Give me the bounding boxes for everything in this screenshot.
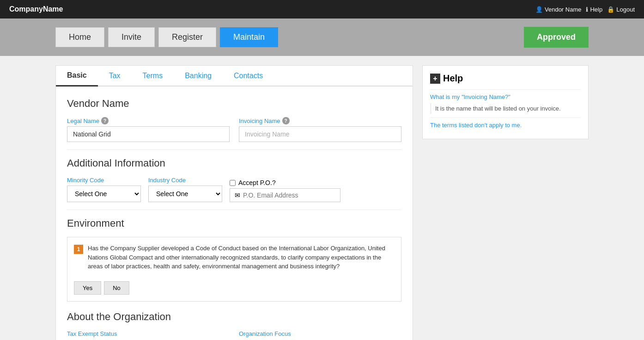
help-icon: ℹ [586,6,588,13]
invite-button[interactable]: Invite [108,27,155,47]
help-divider-2 [430,117,581,118]
left-panel: Basic Tax Terms Banking Contacts Vendor … [55,65,413,340]
brand-name: CompanyName [9,5,63,13]
minority-code-group: Minority Code Select One [67,177,141,202]
accept-po-checkbox-group: Accept P.O.? [230,179,340,186]
sub-nav: Home Invite Register Maintain Approved [0,19,644,56]
form-content: Vendor Name Legal Name ? Invoicing Name … [56,87,413,340]
help-divider-1 [430,89,581,90]
accept-po-checkbox[interactable] [230,180,236,186]
vendor-name-link[interactable]: 👤 Vendor Name [535,6,582,13]
approved-button[interactable]: Approved [524,27,589,48]
help-title: + Help [430,73,581,84]
vendor-name-fields: Legal Name ? Invoicing Name ? [67,117,401,142]
po-email-group: ✉ [230,188,340,202]
legal-name-help-icon[interactable]: ? [101,117,109,124]
help-link-invoicing[interactable]: What is my "Invoicing Name?" [430,93,581,100]
sub-nav-buttons: Home Invite Register Maintain [55,27,278,47]
legal-name-input[interactable] [67,126,230,142]
section-divider-2 [67,210,401,210]
section-divider-1 [67,149,401,150]
invoicing-name-input[interactable] [239,126,401,142]
industry-code-group: Industry Code Select One [148,177,222,202]
register-button[interactable]: Register [158,27,216,47]
top-nav: CompanyName 👤 Vendor Name ℹ Help 🔒 Logou… [0,0,644,19]
env-question-number: 1 [74,245,83,254]
org-focus-group: Organization Focus [239,330,401,339]
user-icon: 👤 [535,6,543,13]
additional-info-row: Minority Code Select One Industry Code S… [67,177,401,202]
about-org-fields: Tax Exempt Status Organization Focus [67,330,401,339]
no-button[interactable]: No [104,281,129,295]
po-email-input[interactable] [243,192,335,199]
invoicing-name-label: Invoicing Name ? [239,117,401,124]
env-question: 1 Has the Company Supplier developed a C… [67,237,401,278]
org-focus-label: Organization Focus [239,330,401,337]
minority-code-select[interactable]: Select One [67,185,141,202]
lock-icon: 🔒 [607,6,614,13]
top-nav-right: 👤 Vendor Name ℹ Help 🔒 Logout [535,6,635,13]
invoicing-name-help-icon[interactable]: ? [282,117,290,124]
email-icon: ✉ [235,192,240,199]
legal-name-label: Legal Name ? [67,117,230,124]
tab-tax[interactable]: Tax [98,66,132,86]
right-panel: + Help What is my "Invoicing Name?" It i… [422,65,589,139]
industry-code-select[interactable]: Select One [148,185,222,202]
additional-info-title: Additional Information [67,157,401,169]
vendor-name-section-title: Vendor Name [67,98,401,110]
about-org-title: About the Organization [67,311,401,323]
help-link[interactable]: ℹ Help [586,6,602,13]
tab-terms[interactable]: Terms [132,66,174,86]
invoicing-name-group: Invoicing Name ? [239,117,401,142]
tab-contacts[interactable]: Contacts [223,66,274,86]
environment-title: Environment [67,217,401,229]
tab-bar: Basic Tax Terms Banking Contacts [56,66,413,87]
home-button[interactable]: Home [55,27,104,47]
maintain-button[interactable]: Maintain [220,27,278,47]
tab-basic[interactable]: Basic [56,66,98,87]
env-question-text: Has the Company Supplier developed a Cod… [88,244,395,271]
main-content: Basic Tax Terms Banking Contacts Vendor … [0,56,644,340]
yes-button[interactable]: Yes [74,281,101,295]
tax-exempt-group: Tax Exempt Status [67,330,230,339]
minority-code-label: Minority Code [67,177,141,184]
help-plus-icon: + [430,74,440,84]
legal-name-group: Legal Name ? [67,117,230,142]
environment-question-box: 1 Has the Company Supplier developed a C… [67,237,401,302]
accept-po-group: Accept P.O.? ✉ [230,179,340,202]
industry-code-label: Industry Code [148,177,222,184]
logout-link[interactable]: 🔒 Logout [607,6,635,13]
env-buttons: Yes No [67,278,401,301]
tab-banking[interactable]: Banking [174,66,223,86]
tax-exempt-label: Tax Exempt Status [67,330,230,337]
help-link-terms[interactable]: The terms listed don't apply to me. [430,122,581,129]
help-text-invoicing: It is the name that will be listed on yo… [430,103,581,114]
accept-po-label: Accept P.O.? [238,179,276,186]
